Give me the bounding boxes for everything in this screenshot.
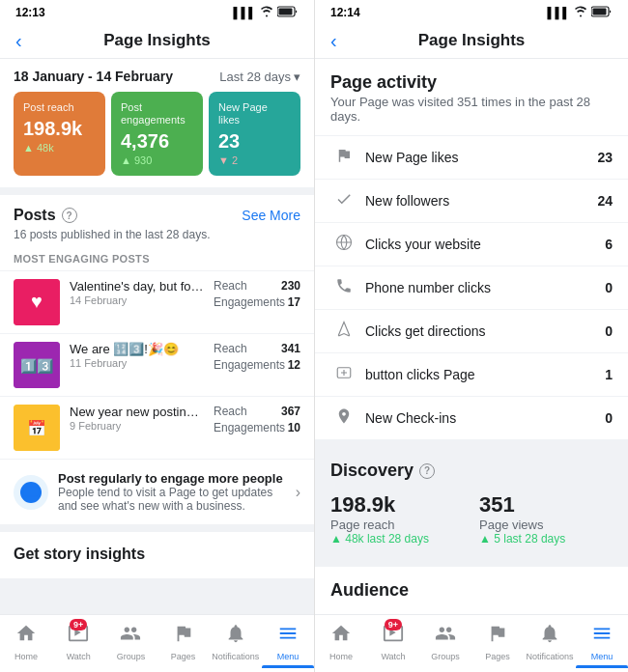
post-item-3[interactable]: 📅 New year new posting frequency... 9 Fe… bbox=[0, 396, 314, 459]
status-bar-left: 12:13 ▌▌▌ bbox=[0, 0, 314, 23]
content-right: Page activity Your Page was visited 351 … bbox=[315, 59, 628, 614]
post-title-3: New year new posting frequency... bbox=[70, 405, 204, 419]
clicks-website-value: 6 bbox=[589, 237, 613, 252]
posts-header: Posts ? See More bbox=[0, 195, 314, 228]
notifications-icon bbox=[225, 623, 246, 650]
post-title-1: Valentine's day, but for social media m.… bbox=[70, 279, 204, 294]
nav-menu-left[interactable]: Menu bbox=[262, 621, 314, 670]
page-button-clicks-value: 1 bbox=[589, 367, 613, 382]
activity-new-page-likes[interactable]: New Page likes 23 bbox=[315, 135, 628, 179]
stat-post-reach[interactable]: Post reach 198.9k ▲ 48k bbox=[14, 92, 105, 176]
status-icons-left: ▌▌▌ bbox=[234, 6, 299, 19]
svg-rect-1 bbox=[279, 9, 293, 15]
date-range: 18 January - 14 February Last 28 days ▾ bbox=[0, 59, 314, 92]
nav-notifications-left[interactable]: Notifications bbox=[210, 621, 262, 670]
notifications-label: Notifications bbox=[212, 652, 259, 661]
post-thumb-2: 1️⃣3️⃣ bbox=[14, 342, 60, 388]
get-story-section: Get story insights bbox=[0, 532, 314, 578]
stat-new-page-likes[interactable]: New Page likes 23 ▼ 2 bbox=[209, 92, 300, 176]
status-icons-right: ▌▌▌ bbox=[548, 6, 613, 19]
watch-badge: 9+ bbox=[70, 619, 87, 630]
get-directions-label: Clicks get directions bbox=[357, 323, 589, 339]
new-followers-icon bbox=[330, 190, 357, 211]
clicks-website-label: Clicks your website bbox=[357, 237, 589, 252]
page-reach-value: 198.9k bbox=[330, 492, 464, 518]
page-title-left: Page Insights bbox=[103, 31, 211, 50]
promo-arrow-icon: › bbox=[296, 484, 300, 501]
post-date-2: 11 February bbox=[70, 357, 204, 369]
page-activity-subtitle: Your Page was visited 351 times in the p… bbox=[330, 95, 613, 124]
posts-subtitle: 16 posts published in the last 28 days. bbox=[0, 228, 314, 249]
post-item-2[interactable]: 1️⃣3️⃣ We are 🔢3️⃣!🎉😊 11 February Reach … bbox=[0, 333, 314, 396]
watch-label: Watch bbox=[67, 652, 91, 661]
new-checkins-label: New Check-ins bbox=[357, 410, 589, 426]
stats-row: Post reach 198.9k ▲ 48k Post engagements… bbox=[0, 92, 314, 187]
posts-help[interactable]: ? bbox=[62, 208, 77, 223]
nav-header-left: ‹ Page Insights bbox=[0, 23, 314, 59]
post-stats-3: Reach 367 Engagements 10 bbox=[214, 405, 300, 434]
post-thumb-1: ♥ bbox=[14, 279, 60, 325]
menu-label-left: Menu bbox=[277, 652, 300, 661]
activity-get-directions[interactable]: Clicks get directions 0 bbox=[315, 309, 628, 352]
nav-notifications-right[interactable]: Notifications bbox=[524, 621, 576, 670]
signal-icon-right: ▌▌▌ bbox=[548, 7, 570, 18]
post-title-2: We are 🔢3️⃣!🎉😊 bbox=[70, 342, 204, 356]
discovery-help[interactable]: ? bbox=[419, 463, 435, 479]
nav-menu-right[interactable]: Menu bbox=[576, 621, 628, 670]
watch-badge-right: 9+ bbox=[385, 619, 402, 630]
menu-icon-left bbox=[277, 623, 299, 650]
menu-icon-right bbox=[591, 623, 613, 650]
nav-groups-left[interactable]: Groups bbox=[104, 621, 157, 670]
menu-label-right: Menu bbox=[591, 652, 614, 661]
get-story-title: Get story insights bbox=[14, 546, 300, 563]
post-item-1[interactable]: ♥ Valentine's day, but for social media … bbox=[0, 270, 314, 333]
stat-post-engagements[interactable]: Post engagements 4,376 ▲ 930 bbox=[111, 92, 203, 176]
nav-pages-right[interactable]: Pages bbox=[471, 621, 524, 670]
post-date-3: 9 February bbox=[70, 420, 204, 432]
pages-label: Pages bbox=[171, 652, 196, 661]
pages-icon-right bbox=[487, 623, 508, 650]
nav-watch-right[interactable]: Watch 9+ bbox=[367, 621, 419, 670]
see-more-button[interactable]: See More bbox=[242, 208, 300, 223]
post-info-1: Valentine's day, but for social media m.… bbox=[70, 279, 204, 306]
bottom-nav-right: Home Watch 9+ Groups Pages Notificatio bbox=[315, 614, 628, 672]
nav-watch-left[interactable]: Watch 9+ bbox=[52, 621, 104, 670]
nav-home-right[interactable]: Home bbox=[315, 621, 367, 670]
new-followers-value: 24 bbox=[589, 193, 613, 209]
audience-title: Audience bbox=[330, 580, 613, 601]
promo-icon bbox=[14, 475, 48, 510]
pages-icon bbox=[173, 623, 194, 650]
page-views-value: 351 bbox=[479, 492, 613, 518]
page-activity-title: Page activity bbox=[330, 72, 613, 93]
page-title-right: Page Insights bbox=[418, 31, 526, 50]
nav-home-left[interactable]: Home bbox=[0, 621, 52, 670]
page-reach-stat: 198.9k Page reach ▲ 48k last 28 days bbox=[330, 492, 464, 546]
activity-phone-clicks[interactable]: Phone number clicks 0 bbox=[315, 266, 628, 309]
back-button-left[interactable]: ‹ bbox=[15, 30, 22, 52]
activity-clicks-website[interactable]: Clicks your website 6 bbox=[315, 222, 628, 266]
nav-header-right: ‹ Page Insights bbox=[315, 23, 628, 59]
svg-text:1️⃣3️⃣: 1️⃣3️⃣ bbox=[20, 358, 54, 375]
activity-new-checkins[interactable]: New Check-ins 0 bbox=[315, 396, 628, 439]
phone-clicks-value: 0 bbox=[589, 280, 613, 295]
nav-pages-left[interactable]: Pages bbox=[157, 621, 210, 670]
home-label: Home bbox=[14, 652, 38, 661]
groups-icon-right bbox=[435, 623, 456, 650]
promo-card[interactable]: Post regularly to engage more people Peo… bbox=[0, 459, 314, 524]
page-reach-label: Page reach bbox=[330, 518, 464, 532]
nav-groups-right[interactable]: Groups bbox=[419, 621, 471, 670]
right-phone: 12:14 ▌▌▌ ‹ Page Insights Page activity … bbox=[314, 0, 628, 672]
battery-icon-right bbox=[591, 6, 613, 19]
posts-section: Posts ? See More 16 posts published in t… bbox=[0, 195, 314, 524]
phone-clicks-icon bbox=[330, 277, 357, 298]
date-range-label: 18 January - 14 February bbox=[14, 69, 173, 84]
back-button-right[interactable]: ‹ bbox=[330, 30, 337, 52]
menu-active-indicator-right bbox=[576, 665, 628, 668]
phone-clicks-label: Phone number clicks bbox=[357, 280, 589, 295]
last-days[interactable]: Last 28 days ▾ bbox=[219, 70, 300, 84]
activity-new-followers[interactable]: New followers 24 bbox=[315, 179, 628, 222]
page-views-change: ▲ 5 last 28 days bbox=[479, 532, 613, 546]
activity-page-button-clicks[interactable]: button clicks Page 1 bbox=[315, 352, 628, 396]
post-stats-1: Reach 230 Engagements 17 bbox=[214, 279, 300, 309]
pages-label-right: Pages bbox=[485, 652, 510, 661]
